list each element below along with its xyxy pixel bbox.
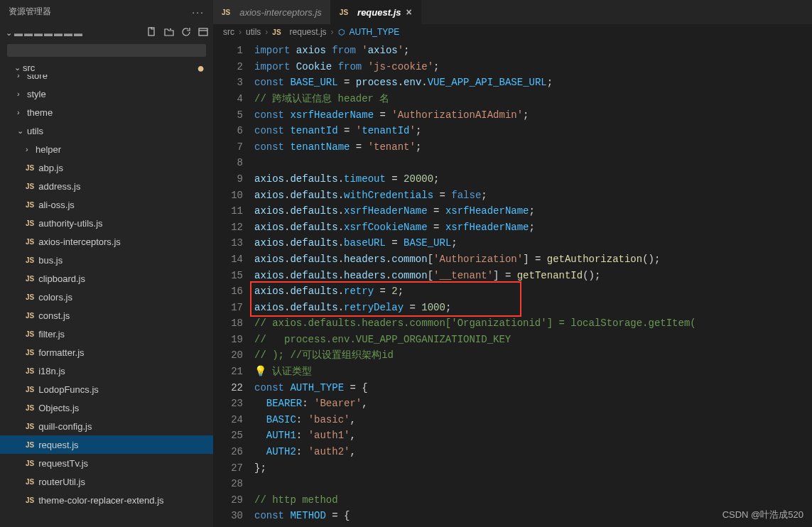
file-label: bus.js (38, 255, 63, 266)
file-label: theme-color-replacer-extend.js (38, 495, 163, 506)
file-row[interactable]: JSObjects.js (0, 398, 213, 417)
chevron-down-icon: ⌄ (3, 28, 14, 38)
code-line[interactable]: BASIC: 'basic', (254, 412, 812, 428)
code-line[interactable] (254, 476, 812, 492)
file-row[interactable]: JSrequestTv.js (0, 454, 213, 472)
chevron-right-icon: › (265, 27, 268, 37)
more-icon[interactable]: ··· (192, 6, 205, 18)
hidden-section (7, 44, 206, 57)
code-editor[interactable]: 1234567891011121314151617181920212223242… (213, 40, 812, 527)
code-line[interactable]: axios.defaults.headers.common['__tenant'… (254, 268, 812, 284)
folder-row-helper[interactable]: ›helper (0, 140, 213, 158)
breadcrumb-segment[interactable]: request.js (290, 27, 327, 37)
editor-tab[interactable]: JSaxios-interceptors.js (213, 0, 331, 24)
code-line[interactable]: axios.defaults.baseURL = BASE_URL; (254, 235, 812, 251)
code-line[interactable]: AUTH2: 'auth2', (254, 444, 812, 460)
code-line[interactable]: axios.defaults.timeout = 20000; (254, 171, 812, 188)
new-file-icon[interactable] (146, 26, 158, 40)
folder-label: theme (27, 107, 53, 118)
new-folder-icon[interactable] (163, 26, 175, 40)
code-line[interactable]: BEARER: 'Bearer', (254, 396, 812, 412)
file-label: axios-interceptors.js (38, 237, 121, 247)
code-line[interactable]: axios.defaults.retry = 2; (254, 283, 812, 300)
line-gutter: 1234567891011121314151617181920212223242… (213, 40, 254, 527)
breadcrumb-symbol[interactable]: AUTH_TYPE (350, 27, 400, 37)
code-body[interactable]: import axios from 'axios';import Cookie … (254, 40, 812, 527)
chevron-right-icon: › (331, 27, 334, 37)
src-folder-row[interactable]: ⌄ src ● (0, 61, 213, 75)
file-row[interactable]: JSLodopFuncs.js (0, 380, 213, 398)
js-file-icon: JS (26, 256, 34, 264)
file-label: formatter.js (38, 347, 84, 358)
editor-tab[interactable]: JSrequest.js× (331, 0, 421, 24)
folder-row-utils[interactable]: ⌄utils (0, 121, 213, 140)
code-line[interactable]: // axios.defaults.headers.common['Organi… (254, 315, 812, 332)
file-row[interactable]: JSbus.js (0, 251, 213, 269)
file-row[interactable]: JSi18n.js (0, 362, 213, 380)
file-row[interactable]: JStheme-color-replacer-extend.js (0, 491, 213, 509)
chevron-down-icon: ⌄ (11, 63, 23, 72)
file-row[interactable]: JSauthority-utils.js (0, 214, 213, 232)
js-file-icon: JS (26, 293, 34, 301)
code-line[interactable] (254, 155, 812, 171)
folder-label: src (23, 63, 35, 73)
file-row[interactable]: JSaxios-interceptors.js (0, 232, 213, 251)
file-row[interactable]: JSabp.js (0, 158, 213, 177)
file-row[interactable]: JSquill-config.js (0, 417, 213, 435)
editor-area: JSaxios-interceptors.jsJSrequest.js× src… (213, 0, 812, 527)
chevron-right-icon: › (239, 27, 242, 37)
file-label: clipboard.js (38, 273, 85, 284)
file-row[interactable]: JSrouterUtil.js (0, 472, 213, 491)
folder-row-store[interactable]: ›store (0, 75, 213, 85)
code-line[interactable]: // ); //可以设置组织架构id (254, 347, 812, 364)
file-row[interactable]: JSaddress.js (0, 177, 213, 195)
code-line[interactable]: axios.defaults.xsrfCookieName = xsrfHead… (254, 219, 812, 236)
code-line[interactable]: 💡 认证类型 (254, 364, 812, 380)
file-row[interactable]: JSfilter.js (0, 325, 213, 343)
code-line[interactable]: const BASE_URL = process.env.VUE_APP_API… (254, 75, 812, 91)
breadcrumb-segment[interactable]: src (223, 27, 234, 37)
collapse-icon[interactable] (197, 26, 209, 40)
code-line[interactable]: // http method (254, 492, 812, 509)
code-line[interactable]: }; (254, 460, 812, 477)
code-line[interactable]: const xsrfHeaderName = 'AuthorizationAIA… (254, 107, 812, 124)
file-row[interactable]: JScolors.js (0, 288, 213, 306)
refresh-icon[interactable] (180, 26, 192, 40)
watermark: CSDN @叶浩成520 (722, 509, 803, 521)
file-label: Objects.js (38, 403, 79, 413)
explorer-title: 资源管理器 (9, 6, 192, 18)
code-line[interactable]: axios.defaults.headers.common['Authoriza… (254, 251, 812, 268)
file-label: quill-config.js (38, 421, 92, 432)
tab-label: request.js (357, 7, 401, 18)
project-section-header[interactable]: ⌄ ▬▬▬▬▬▬▬ (0, 23, 213, 43)
code-line[interactable]: const AUTH_TYPE = { (254, 380, 812, 396)
file-row[interactable]: JSclipboard.js (0, 269, 213, 288)
file-label: authority-utils.js (38, 218, 102, 229)
file-row[interactable]: JSconst.js (0, 306, 213, 325)
js-file-icon: JS (26, 275, 34, 283)
file-row[interactable]: JSali-oss.js (0, 195, 213, 214)
code-line[interactable]: AUTH1: 'auth1', (254, 428, 812, 444)
js-file-icon: JS (26, 238, 34, 246)
code-line[interactable]: const tenantName = 'tenant'; (254, 139, 812, 156)
breadcrumb-segment[interactable]: utils (246, 27, 261, 37)
js-file-icon: JS (26, 496, 34, 504)
close-icon[interactable]: × (406, 6, 412, 18)
chevron-right-icon: › (17, 75, 27, 80)
folder-row-style[interactable]: ›style (0, 85, 213, 103)
code-line[interactable]: axios.defaults.retryDelay = 1000; (254, 300, 812, 316)
code-line[interactable]: const tenantId = 'tenantId'; (254, 123, 812, 139)
code-line[interactable]: axios.defaults.withCredentials = false; (254, 188, 812, 204)
code-line[interactable]: import axios from 'axios'; (254, 43, 812, 59)
breadcrumb[interactable]: src › utils › JS request.js › ⬡ AUTH_TYP… (213, 24, 812, 40)
code-line[interactable]: import Cookie from 'js-cookie'; (254, 59, 812, 75)
js-file-icon: JS (26, 330, 34, 338)
folder-row-theme[interactable]: ›theme (0, 103, 213, 121)
file-row[interactable]: JSrequest.js (0, 435, 213, 454)
code-line[interactable]: axios.defaults.xsrfHeaderName = xsrfHead… (254, 203, 812, 219)
code-line[interactable]: // process.env.VUE_APP_ORGANIZATIONID_KE… (254, 332, 812, 348)
file-label: abp.js (38, 163, 63, 173)
file-row[interactable]: JSformatter.js (0, 343, 213, 362)
code-line[interactable]: // 跨域认证信息 header 名 (254, 91, 812, 107)
file-label: i18n.js (38, 366, 65, 376)
